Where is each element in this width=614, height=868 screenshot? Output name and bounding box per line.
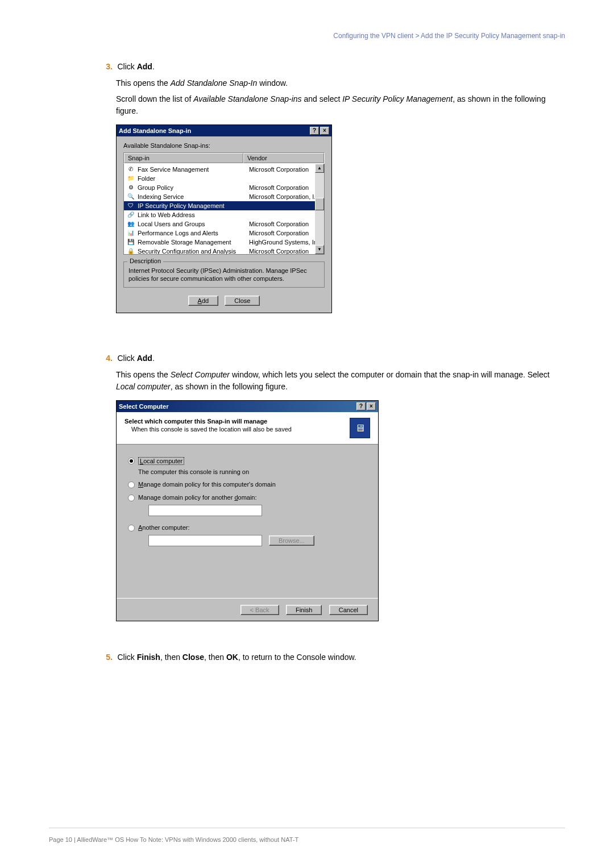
- close-button[interactable]: ×: [320, 127, 329, 135]
- list-item[interactable]: 👥Local Users and GroupsMicrosoft Corpora…: [124, 219, 324, 229]
- available-label: Available Standalone Snap-ins:: [123, 142, 325, 149]
- cancel-button[interactable]: Cancel: [329, 605, 368, 615]
- r2r: anage domain policy for this computer's …: [143, 481, 276, 488]
- help-button[interactable]: ?: [310, 127, 319, 135]
- radio-label: Manage domain policy for another domain:: [138, 494, 257, 501]
- row-name: Performance Logs and Alerts: [138, 230, 249, 236]
- radio-local-computer[interactable]: Local computer: [128, 457, 367, 465]
- radio-label: Local computer: [138, 457, 184, 465]
- add-snapin-dialog: Add Standalone Snap-in ? × Available Sta…: [116, 124, 332, 314]
- col-vendor[interactable]: Vendor: [243, 153, 324, 163]
- page-footer: Page 10 | AlliedWare™ OS How To Note: VP…: [49, 836, 298, 843]
- s3b2b: and select: [302, 94, 343, 103]
- dialog2-titlebar: Select Computer ? ×: [117, 401, 378, 412]
- close-button[interactable]: ×: [367, 402, 376, 410]
- s3b1a: This opens the: [116, 78, 171, 88]
- description-fieldset: Description Internet Protocol Security (…: [123, 261, 325, 288]
- radio-another-domain[interactable]: Manage domain policy for another domain:: [128, 494, 367, 501]
- radio-manage-domain[interactable]: Manage domain policy for this computer's…: [128, 481, 367, 488]
- s4b1i2: Local computer: [116, 382, 171, 391]
- r4r: nother computer:: [142, 524, 189, 531]
- dialog-titlebar: Add Standalone Snap-in ? ×: [117, 125, 331, 136]
- step-5-text: Click Finish, then Close, then OK, to re…: [117, 653, 356, 662]
- header-bold: Select which computer this Snap-in will …: [125, 418, 292, 425]
- s4-suffix: .: [152, 354, 155, 363]
- s3b2a: Scroll down the list of: [116, 94, 193, 103]
- scrollbar[interactable]: ▲ ▼: [315, 164, 324, 254]
- radio-label: Another computer:: [138, 524, 190, 531]
- dialog2-body: Local computer The computer this console…: [117, 445, 378, 598]
- list-item[interactable]: ⚙Group PolicyMicrosoft Corporation: [124, 183, 324, 192]
- add-btn-rest: dd: [202, 297, 209, 304]
- close-button[interactable]: Close: [225, 296, 260, 306]
- step-3-bold: Add: [137, 62, 152, 71]
- s3b2i1: Available Standalone Snap-ins: [193, 94, 301, 103]
- list-item[interactable]: 🔗Link to Web Address: [124, 210, 324, 219]
- step-5-num: 5.: [97, 653, 113, 662]
- security-icon: 🔒: [126, 247, 135, 255]
- help-button[interactable]: ?: [356, 402, 366, 410]
- finish-button[interactable]: Finish: [286, 605, 322, 615]
- computer-icon: 🖥: [350, 418, 370, 438]
- step-3-prefix: Click: [117, 62, 136, 71]
- link-icon: 🔗: [126, 211, 135, 219]
- s3b2i2: IP Security Policy Management: [342, 94, 453, 103]
- list-item[interactable]: 📊Performance Logs and AlertsMicrosoft Co…: [124, 229, 324, 238]
- storage-icon: 💾: [126, 238, 135, 246]
- s5b1: Finish: [137, 653, 160, 662]
- list-item[interactable]: ✆Fax Service ManagementMicrosoft Corpora…: [124, 165, 324, 174]
- list-item[interactable]: 💾Removable Storage ManagementHighGround …: [124, 238, 324, 247]
- domain-textbox[interactable]: [148, 505, 262, 516]
- step-3-body-2: Scroll down the list of Available Standa…: [116, 93, 557, 117]
- col-snapin[interactable]: Snap-in: [124, 153, 243, 163]
- radio-icon: [128, 525, 135, 531]
- computer-input-row: Browse...: [138, 535, 367, 546]
- scroll-up-button[interactable]: ▲: [315, 164, 324, 173]
- step-4-text: Click Add.: [117, 354, 154, 363]
- row-name: Removable Storage Management: [138, 239, 249, 246]
- footer-divider: [49, 828, 565, 828]
- s4b1i: Select Computer: [171, 370, 230, 379]
- scroll-down-button[interactable]: ▼: [315, 245, 324, 254]
- perf-icon: 📊: [126, 229, 135, 237]
- radio-another-computer[interactable]: Another computer:: [128, 524, 367, 531]
- content: 3. Click Add. This opens the Add Standal…: [97, 61, 557, 668]
- dialog-body: Available Standalone Snap-ins: Snap-in V…: [117, 136, 331, 313]
- add-button[interactable]: Add: [188, 296, 219, 306]
- r1r: ocal computer: [143, 458, 182, 464]
- computer-textbox[interactable]: [148, 535, 262, 546]
- s5s: , to return to the Console window.: [238, 653, 356, 662]
- row-vendor: Microsoft Corporation: [249, 248, 324, 255]
- row-name: Indexing Service: [138, 193, 249, 200]
- radio-icon: [128, 458, 135, 464]
- scroll-thumb[interactable]: [315, 198, 324, 210]
- list-header: Snap-in Vendor: [123, 152, 325, 164]
- s5m2: , then: [204, 653, 226, 662]
- row-name: Folder: [138, 175, 249, 182]
- browse-button[interactable]: Browse...: [269, 535, 314, 546]
- index-icon: 🔍: [126, 193, 135, 201]
- s5b3: OK: [226, 653, 238, 662]
- row-vendor: Microsoft Corporation: [249, 230, 324, 236]
- folder-icon: 📁: [126, 175, 135, 182]
- list-rows: ✆Fax Service ManagementMicrosoft Corpora…: [124, 164, 324, 255]
- snapin-listbox[interactable]: ✆Fax Service ManagementMicrosoft Corpora…: [123, 164, 325, 255]
- list-item[interactable]: 🔍Indexing ServiceMicrosoft Corporation, …: [124, 192, 324, 201]
- step-4: 4. Click Add.: [97, 353, 557, 363]
- description-legend: Description: [127, 258, 163, 264]
- back-button[interactable]: < Back: [240, 605, 279, 615]
- dialog2-title: Select Computer: [119, 403, 168, 410]
- s4-prefix: Click: [117, 354, 136, 363]
- list-item[interactable]: 📁Folder: [124, 174, 324, 183]
- step-3-num: 3.: [97, 62, 113, 71]
- breadcrumb: Configuring the VPN client > Add the IP …: [333, 32, 565, 40]
- list-item-selected[interactable]: 🛡IP Security Policy Management: [124, 201, 324, 210]
- dialog2-header-text: Select which computer this Snap-in will …: [125, 418, 292, 438]
- row-vendor: Microsoft Corporation: [249, 166, 324, 173]
- row-vendor: Microsoft Corporation: [249, 184, 324, 191]
- dialog2-button-row: < Back Finish Cancel: [117, 598, 378, 621]
- s4b1c: , as shown in the following figure.: [171, 382, 288, 391]
- step-3-text: Click Add.: [117, 62, 154, 71]
- list-item[interactable]: 🔒Security Configuration and AnalysisMicr…: [124, 247, 324, 255]
- row-name: Fax Service Management: [138, 166, 249, 173]
